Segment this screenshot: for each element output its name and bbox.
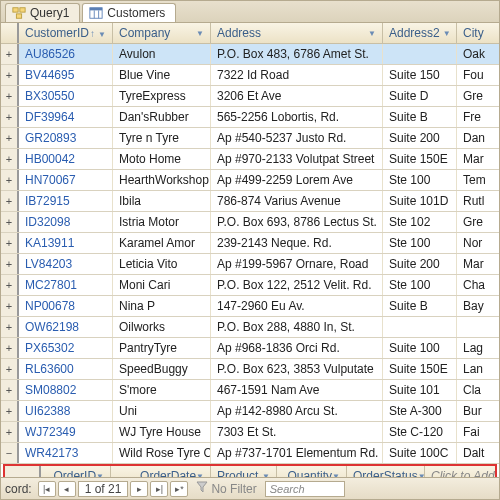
dropdown-icon[interactable]: ▼: [196, 29, 204, 38]
cell-customerid[interactable]: WJ72349: [19, 422, 113, 442]
cell-city[interactable]: Nor: [457, 233, 500, 253]
cell-address[interactable]: 147-2960 Eu Av.: [211, 296, 383, 316]
cell-address[interactable]: Ap #199-5967 Ornare, Road: [211, 254, 383, 274]
column-header-company[interactable]: Company▼: [113, 23, 211, 43]
cell-company[interactable]: Wild Rose Tyre Co.: [113, 443, 211, 463]
dropdown-icon[interactable]: ▼: [98, 30, 106, 39]
table-row[interactable]: +GR20893Tyre n TyreAp #540-5237 Justo Rd…: [1, 128, 499, 149]
cell-customerid[interactable]: DF39964: [19, 107, 113, 127]
expand-toggle[interactable]: +: [1, 149, 19, 169]
cell-address[interactable]: Ap #499-2259 Lorem Ave: [211, 170, 383, 190]
cell-address[interactable]: Ap #737-1701 Elementum Rd.: [211, 443, 383, 463]
dropdown-icon[interactable]: ▼: [368, 29, 376, 38]
table-row[interactable]: +WJ72349WJ Tyre House7303 Et St.Ste C-12…: [1, 422, 499, 443]
table-row[interactable]: +BX30550TyreExpress3206 Et AveSuite DGre: [1, 86, 499, 107]
cell-city[interactable]: Rutl: [457, 191, 500, 211]
cell-city[interactable]: Gre: [457, 86, 500, 106]
cell-customerid[interactable]: UI62388: [19, 401, 113, 421]
cell-city[interactable]: Dalt: [457, 443, 500, 463]
table-row[interactable]: +AU86526AvulonP.O. Box 483, 6786 Amet St…: [1, 44, 499, 65]
table-row[interactable]: +HN70067HearthWorkshopAp #499-2259 Lorem…: [1, 170, 499, 191]
cell-address[interactable]: 786-874 Varius Avenue: [211, 191, 383, 211]
cell-customerid[interactable]: HB00042: [19, 149, 113, 169]
cell-city[interactable]: Lan: [457, 359, 500, 379]
cell-company[interactable]: Blue Vine: [113, 65, 211, 85]
cell-customerid[interactable]: GR20893: [19, 128, 113, 148]
cell-address2[interactable]: Suite 100C: [383, 443, 457, 463]
cell-customerid[interactable]: IB72915: [19, 191, 113, 211]
prev-record-button[interactable]: ◂: [58, 481, 76, 497]
expand-toggle[interactable]: +: [1, 44, 19, 64]
expand-toggle[interactable]: +: [1, 170, 19, 190]
cell-address2[interactable]: Ste 102: [383, 212, 457, 232]
cell-customerid[interactable]: BV44695: [19, 65, 113, 85]
expand-toggle[interactable]: +: [1, 65, 19, 85]
expand-toggle[interactable]: +: [1, 359, 19, 379]
dropdown-icon[interactable]: ▼: [443, 29, 451, 38]
column-header-address2[interactable]: Address2▼: [383, 23, 457, 43]
cell-company[interactable]: PantryTyre: [113, 338, 211, 358]
table-row[interactable]: +HB00042Moto HomeAp #970-2133 Volutpat S…: [1, 149, 499, 170]
cell-city[interactable]: Mar: [457, 149, 500, 169]
cell-company[interactable]: Karamel Amor: [113, 233, 211, 253]
cell-customerid[interactable]: KA13911: [19, 233, 113, 253]
expand-toggle[interactable]: +: [1, 338, 19, 358]
table-row[interactable]: +OW62198OilworksP.O. Box 288, 4880 In, S…: [1, 317, 499, 338]
table-row[interactable]: +RL63600SpeedBuggyP.O. Box 623, 3853 Vul…: [1, 359, 499, 380]
cell-city[interactable]: Cla: [457, 380, 500, 400]
cell-address[interactable]: Ap #142-8980 Arcu St.: [211, 401, 383, 421]
expand-toggle[interactable]: +: [1, 191, 19, 211]
cell-company[interactable]: Uni: [113, 401, 211, 421]
expand-toggle[interactable]: +: [1, 254, 19, 274]
cell-city[interactable]: Fai: [457, 422, 500, 442]
cell-address[interactable]: Ap #968-1836 Orci Rd.: [211, 338, 383, 358]
cell-company[interactable]: Ibila: [113, 191, 211, 211]
cell-city[interactable]: Lag: [457, 338, 500, 358]
cell-city[interactable]: Bay: [457, 296, 500, 316]
first-record-button[interactable]: |◂: [38, 481, 56, 497]
cell-address2[interactable]: Suite B: [383, 296, 457, 316]
record-position[interactable]: 1 of 21: [78, 481, 129, 497]
cell-address2[interactable]: Ste 100: [383, 233, 457, 253]
cell-city[interactable]: Fre: [457, 107, 500, 127]
cell-company[interactable]: S'more: [113, 380, 211, 400]
expand-toggle[interactable]: +: [1, 275, 19, 295]
cell-customerid[interactable]: ID32098: [19, 212, 113, 232]
column-header-address[interactable]: Address▼: [211, 23, 383, 43]
cell-company[interactable]: Dan'sRubber: [113, 107, 211, 127]
next-record-button[interactable]: ▸: [130, 481, 148, 497]
cell-address[interactable]: 467-1591 Nam Ave: [211, 380, 383, 400]
cell-customerid[interactable]: LV84203: [19, 254, 113, 274]
table-row[interactable]: +NP00678Nina P147-2960 Eu Av.Suite BBay: [1, 296, 499, 317]
tab-query1[interactable]: Query1: [5, 3, 80, 22]
cell-address[interactable]: Ap #540-5237 Justo Rd.: [211, 128, 383, 148]
cell-address2[interactable]: Suite 100: [383, 338, 457, 358]
column-header-city[interactable]: City: [457, 23, 500, 43]
table-row[interactable]: +UI62388UniAp #142-8980 Arcu St.Ste A-30…: [1, 401, 499, 422]
column-header-customerid[interactable]: CustomerID↑▼: [19, 23, 113, 43]
cell-address2[interactable]: Suite 101D: [383, 191, 457, 211]
table-row[interactable]: +DF39964Dan'sRubber565-2256 Lobortis, Rd…: [1, 107, 499, 128]
cell-company[interactable]: HearthWorkshop: [113, 170, 211, 190]
cell-company[interactable]: Leticia Vito: [113, 254, 211, 274]
cell-address2[interactable]: Ste 100: [383, 275, 457, 295]
search-input[interactable]: [265, 481, 345, 497]
cell-customerid[interactable]: SM08802: [19, 380, 113, 400]
expand-toggle[interactable]: +: [1, 296, 19, 316]
cell-address2[interactable]: Suite 150E: [383, 359, 457, 379]
cell-company[interactable]: Istria Motor: [113, 212, 211, 232]
expand-toggle[interactable]: +: [1, 233, 19, 253]
expand-toggle[interactable]: +: [1, 86, 19, 106]
cell-address2[interactable]: Suite 200: [383, 128, 457, 148]
cell-city[interactable]: Oak: [457, 44, 500, 64]
cell-company[interactable]: Tyre n Tyre: [113, 128, 211, 148]
cell-company[interactable]: Avulon: [113, 44, 211, 64]
expand-toggle[interactable]: +: [1, 212, 19, 232]
cell-city[interactable]: Fou: [457, 65, 500, 85]
new-record-button[interactable]: ▸*: [170, 481, 188, 497]
cell-customerid[interactable]: OW62198: [19, 317, 113, 337]
table-row[interactable]: +KA13911Karamel Amor239-2143 Neque. Rd.S…: [1, 233, 499, 254]
cell-customerid[interactable]: BX30550: [19, 86, 113, 106]
cell-customerid[interactable]: AU86526: [19, 44, 113, 64]
expand-toggle[interactable]: +: [1, 128, 19, 148]
